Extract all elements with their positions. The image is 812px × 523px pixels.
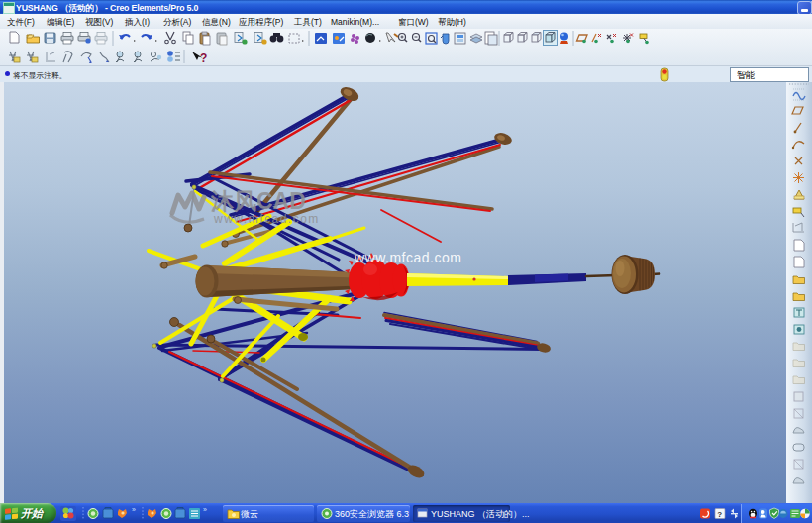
svg-text:?: ? (717, 510, 722, 519)
svg-text:»: » (203, 506, 207, 513)
svg-text:?: ? (200, 52, 207, 65)
svg-text:»: » (132, 506, 136, 513)
